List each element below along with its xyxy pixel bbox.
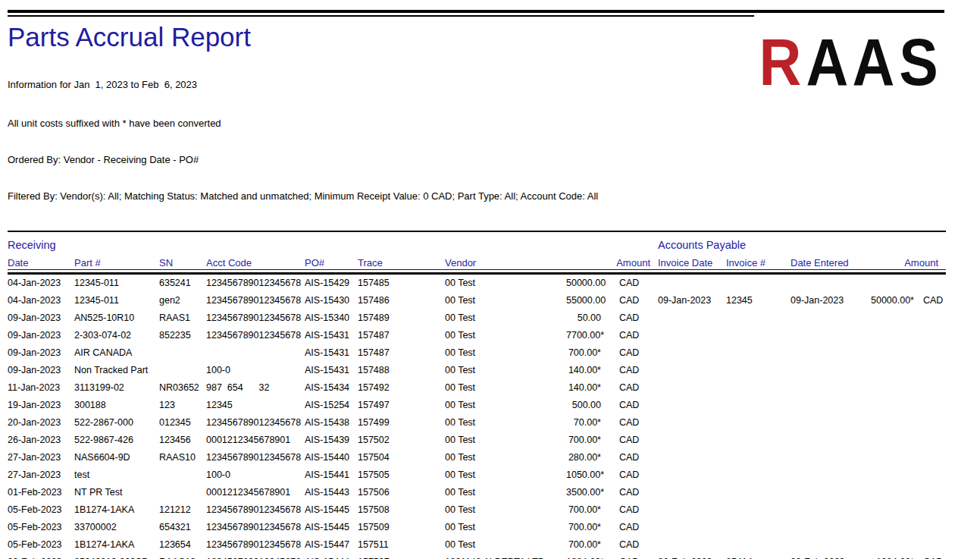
column-header-part-: Part #	[74, 256, 159, 270]
table-row: 09-Jan-2023Non Tracked Part100-0AIS-1543…	[8, 362, 946, 379]
cell-acct: 100-0	[206, 466, 305, 484]
cell-vendor: 00 Test	[445, 379, 566, 397]
cell-inv_date	[658, 362, 726, 379]
cell-inv_date	[658, 536, 726, 554]
cell-trace: 157487	[358, 327, 445, 344]
cell-cur: CAD	[619, 501, 658, 519]
table-row: 04-Jan-202312345-011gen21234567890123456…	[8, 292, 946, 309]
cell-cur: CAD	[619, 379, 658, 397]
cell-ap_cur	[916, 397, 946, 414]
cell-entered	[791, 362, 866, 379]
cell-inv_no	[726, 379, 791, 397]
cell-inv_date	[658, 501, 726, 519]
cell-trace: 157488	[358, 362, 445, 379]
cell-date: 09-Jan-2023	[8, 309, 74, 327]
cell-amount: 50.00	[566, 309, 619, 327]
cell-date: 09-Jan-2023	[8, 327, 74, 344]
cell-sn: 654321	[159, 519, 206, 536]
logo-letter-s: S	[899, 26, 938, 99]
cell-trace: 157497	[358, 397, 445, 414]
cell-vendor: 00 Test	[445, 519, 566, 536]
cell-ap_cur	[916, 484, 946, 501]
cell-entered	[791, 275, 866, 292]
cell-date: 05-Feb-2023	[8, 501, 74, 519]
cell-ap_amount	[866, 536, 916, 554]
cell-trace: 157509	[358, 519, 445, 536]
cell-sn: RAAS1	[159, 309, 206, 327]
cell-vendor: 00 Test	[445, 536, 566, 554]
column-header-amount: Amount	[566, 256, 658, 270]
cell-part: NT PR Test	[74, 484, 159, 501]
cell-po: AIS-15445	[305, 501, 358, 519]
cell-cur: CAD	[619, 484, 658, 501]
cell-inv_no: 12345	[726, 292, 791, 309]
cell-trace: 157505	[358, 466, 445, 484]
cell-ap_cur: CAD	[916, 554, 946, 559]
cell-po: AIS-15434	[305, 379, 358, 397]
cell-ap_cur	[916, 362, 946, 379]
cell-entered	[791, 379, 866, 397]
cell-po: AIS-15441	[305, 466, 358, 484]
cell-date: 11-Jan-2023	[8, 379, 74, 397]
cell-po: AIS-15443	[305, 484, 358, 501]
cell-date: 09-Jan-2023	[8, 344, 74, 362]
cell-part: 2-303-074-02	[74, 327, 159, 344]
cell-sn: 852235	[159, 327, 206, 344]
cell-inv_date	[658, 414, 726, 432]
cell-vendor: 00 Test	[445, 327, 566, 344]
cell-sn: 635241	[159, 275, 206, 292]
cell-acct: 0001212345678901	[206, 432, 305, 449]
cell-date: 04-Jan-2023	[8, 292, 74, 309]
cell-amount: 700.00*	[566, 501, 619, 519]
cell-entered	[791, 484, 866, 501]
column-header-po-: PO#	[305, 256, 358, 270]
cell-entered	[791, 536, 866, 554]
cell-po: AIS-15431	[305, 344, 358, 362]
section-titles: Receiving Accounts Payable	[8, 239, 953, 253]
cell-amount: 700.00*	[566, 344, 619, 362]
table-row: 11-Jan-20233113199-02NR03652987 654 32AI…	[8, 379, 946, 397]
cell-ap_cur	[916, 466, 946, 484]
cell-amount: 50000.00	[566, 275, 619, 292]
cell-ap_amount	[866, 466, 916, 484]
cell-inv_date	[658, 397, 726, 414]
column-header-vendor: Vendor	[445, 256, 566, 270]
cell-amount: 70.00*	[566, 414, 619, 432]
cell-amount: 280.00*	[566, 449, 619, 466]
cell-date: 19-Jan-2023	[8, 397, 74, 414]
cell-entered	[791, 309, 866, 327]
logo-letter-a2: A	[853, 26, 895, 99]
cell-trace: 157502	[358, 432, 445, 449]
cell-part: 1B1274-1AKA	[74, 536, 159, 554]
cell-part: test	[74, 466, 159, 484]
cell-po: AIS-15439	[305, 432, 358, 449]
cell-inv_no	[726, 536, 791, 554]
cell-vendor: 00 Test	[445, 309, 566, 327]
cell-ap_cur	[916, 379, 946, 397]
cell-acct: 100-0	[206, 362, 305, 379]
column-header-trace: Trace	[358, 256, 445, 270]
cell-acct: 123456789012345678	[206, 292, 305, 309]
cell-vendor: 1201148 ALBERTA LTD.	[445, 554, 566, 559]
cell-part: 12345-011	[74, 292, 159, 309]
cell-acct: 123456789012345678	[206, 501, 305, 519]
cell-inv_date	[658, 449, 726, 466]
cell-ap_amount	[866, 344, 916, 362]
cell-trace: 157507	[358, 554, 445, 559]
cell-amount: 7700.00*	[566, 327, 619, 344]
cell-vendor: 00 Test	[445, 275, 566, 292]
table-header-row: DatePart #SNAcct CodePO#TraceVendorAmoun…	[8, 256, 946, 270]
cell-po: AIS-15444	[305, 554, 358, 559]
cell-inv_date	[658, 379, 726, 397]
table-row: 27-Jan-2023test100-0AIS-1544115750500 Te…	[8, 466, 946, 484]
cell-ap_amount: 50000.00*	[866, 292, 916, 309]
cell-vendor: 00 Test	[445, 292, 566, 309]
cell-po: AIS-15447	[305, 536, 358, 554]
cell-part: 1B1274-1AKA	[74, 501, 159, 519]
top-double-rule	[8, 10, 944, 17]
cell-inv_date: 09-Jan-2023	[658, 292, 726, 309]
cell-trace: 157511	[358, 536, 445, 554]
cell-entered	[791, 501, 866, 519]
cell-sn: 121212	[159, 501, 206, 519]
cell-sn	[159, 344, 206, 362]
